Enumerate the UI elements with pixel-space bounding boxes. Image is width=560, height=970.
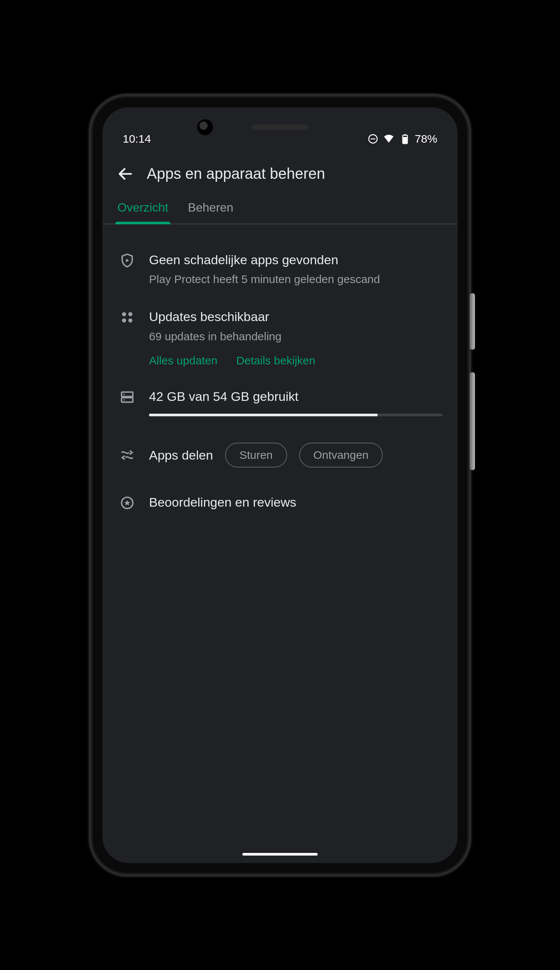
tab-overview[interactable]: Overzicht	[117, 201, 168, 223]
send-button[interactable]: Sturen	[225, 443, 287, 467]
play-protect-row[interactable]: Geen schadelijke apps gevonden Play Prot…	[117, 241, 443, 298]
svg-point-6	[123, 313, 125, 315]
svg-point-12	[123, 394, 125, 395]
svg-rect-3	[403, 137, 407, 143]
svg-point-13	[123, 399, 125, 400]
page-title: Apps en apparaat beheren	[147, 165, 325, 182]
share-apps-label: Apps delen	[149, 448, 213, 463]
svg-rect-11	[122, 398, 133, 402]
svg-point-9	[129, 319, 132, 322]
tabs: Overzicht Beheren	[102, 193, 458, 224]
svg-rect-10	[122, 392, 133, 397]
nav-handle[interactable]	[242, 853, 318, 855]
play-protect-title: Geen schadelijke apps gevonden	[149, 252, 443, 269]
storage-label: 42 GB van 54 GB gebruikt	[149, 388, 443, 405]
storage-progress-fill	[149, 414, 377, 416]
updates-title: Updates beschikbaar	[149, 308, 443, 326]
status-bar: 10:14 78%	[102, 107, 458, 152]
back-arrow-icon[interactable]	[117, 165, 134, 183]
share-icon	[117, 448, 137, 463]
star-circle-icon	[117, 494, 137, 511]
battery-icon	[399, 133, 410, 145]
side-button-1	[470, 293, 475, 350]
status-icons: 78%	[367, 132, 437, 145]
screen: 10:14 78% Apps en apparaat beheren Overz…	[102, 107, 458, 863]
reviews-label: Beoordelingen en reviews	[149, 494, 443, 511]
updates-row[interactable]: Updates beschikbaar 69 updates in behand…	[117, 298, 443, 378]
svg-point-7	[129, 313, 132, 315]
side-button-2	[470, 372, 475, 470]
share-apps-row: Apps delen Sturen Ontvangen	[117, 427, 443, 483]
receive-button[interactable]: Ontvangen	[299, 443, 383, 467]
reviews-row[interactable]: Beoordelingen en reviews	[117, 483, 443, 522]
apps-grid-icon	[117, 308, 137, 367]
updates-subtitle: 69 updates in behandeling	[149, 328, 443, 344]
wifi-icon	[383, 133, 394, 145]
dnd-icon	[367, 133, 378, 145]
app-bar: Apps en apparaat beheren	[102, 152, 458, 193]
svg-rect-4	[404, 134, 406, 135]
storage-progress	[149, 414, 443, 416]
status-time: 10:14	[123, 132, 151, 145]
storage-row[interactable]: 42 GB van 54 GB gebruikt	[117, 378, 443, 427]
front-camera	[197, 119, 213, 135]
shield-icon	[117, 252, 137, 288]
phone-frame: 10:14 78% Apps en apparaat beheren Overz…	[93, 97, 467, 873]
tab-manage[interactable]: Beheren	[188, 201, 233, 223]
svg-marker-5	[126, 258, 129, 262]
svg-point-8	[123, 319, 125, 322]
view-details-button[interactable]: Details bekijken	[236, 354, 315, 367]
speaker-grille	[252, 125, 308, 130]
storage-icon	[117, 388, 137, 416]
content: Geen schadelijke apps gevonden Play Prot…	[102, 224, 458, 522]
play-protect-subtitle: Play Protect heeft 5 minuten geleden ges…	[149, 272, 443, 287]
status-battery-text: 78%	[415, 132, 437, 145]
update-all-button[interactable]: Alles updaten	[149, 354, 218, 367]
